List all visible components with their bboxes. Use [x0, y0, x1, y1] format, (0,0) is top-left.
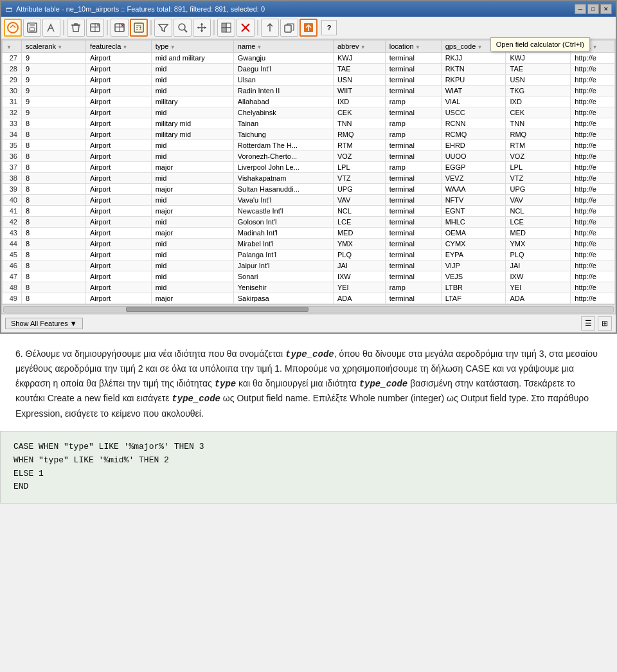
table-row[interactable]: 32 9 Airport mid Chelyabinsk CEK termina… — [3, 107, 615, 118]
table-row[interactable]: 39 8 Airport major Sultan Hasanuddi... U… — [3, 184, 615, 195]
cell-name: Daegu Int'l — [233, 64, 333, 75]
maximize-button[interactable]: □ — [587, 4, 599, 14]
col-header-featurecla[interactable]: featurecla — [85, 41, 151, 53]
table-row[interactable]: 36 8 Airport mid Voronezh-Cherto... VOZ … — [3, 151, 615, 162]
table-row[interactable]: 48 8 Airport mid Yenisehir YEI ramp LTBR… — [3, 282, 615, 293]
cell-scalerank: 8 — [22, 129, 86, 140]
cell-name: Taichung — [233, 129, 333, 140]
table-view-icon[interactable]: ⊞ — [598, 316, 612, 331]
cell-scalerank: 9 — [22, 107, 86, 118]
table-row[interactable]: 28 9 Airport mid Daegu Int'l TAE termina… — [3, 64, 615, 75]
cell-iata_code: LPL — [506, 162, 571, 173]
svg-rect-10 — [226, 23, 231, 28]
inline-code-type_code-2: type_code — [359, 379, 408, 389]
table-row[interactable]: 27 9 Airport mid and military Gwangju KW… — [3, 53, 615, 64]
col-header-name[interactable]: name — [233, 41, 333, 53]
col-header-rownum[interactable] — [3, 41, 22, 53]
row-num: 45 — [3, 250, 22, 260]
cell-type: mid — [151, 250, 233, 260]
scrollbar-track[interactable] — [3, 306, 614, 313]
list-view-icon[interactable]: ☰ — [581, 316, 595, 331]
row-num: 46 — [3, 260, 22, 271]
table-row[interactable]: 44 8 Airport mid Mirabel Int'l YMX termi… — [3, 239, 615, 250]
minimize-button[interactable]: ─ — [575, 4, 586, 14]
cell-wiki: http://e — [571, 250, 615, 260]
cell-iata_code: RMQ — [506, 129, 571, 140]
table-row[interactable]: 41 8 Airport major Newcastle Int'l NCL t… — [3, 206, 615, 217]
table-row[interactable]: 33 8 Airport military mid Tainan TNN ram… — [3, 118, 615, 129]
horizontal-scrollbar[interactable] — [2, 304, 615, 313]
zoom-button[interactable] — [174, 19, 192, 37]
table-row[interactable]: 38 8 Airport mid Vishakapatnam VTZ termi… — [3, 173, 615, 184]
cell-type: mid — [151, 86, 233, 96]
svg-rect-8 — [222, 23, 226, 28]
cell-wiki: http://e — [571, 140, 615, 151]
row-num: 28 — [3, 64, 22, 75]
cell-name: Sonari — [233, 271, 333, 282]
show-all-features-button[interactable]: Show All Features ▼ — [5, 318, 83, 329]
table-row[interactable]: 46 8 Airport mid Jaipur Int'l JAI termin… — [3, 260, 615, 271]
draw-button[interactable] — [42, 19, 60, 37]
table-row[interactable]: 31 9 Airport military Allahabad IXD ramp… — [3, 96, 615, 107]
cell-location: terminal — [385, 260, 441, 271]
table-row[interactable]: 30 9 Airport mid Radin Inten II WIIT ter… — [3, 86, 615, 96]
cell-wiki: http://e — [571, 107, 615, 118]
col-header-location[interactable]: location — [385, 41, 441, 53]
cell-scalerank: 8 — [22, 173, 86, 184]
cell-featurecla: Airport — [85, 239, 151, 250]
cell-gps_code: LTAF — [441, 293, 506, 304]
copy-button[interactable] — [280, 19, 298, 37]
cell-location: terminal — [385, 206, 441, 217]
deselect-button[interactable] — [237, 19, 255, 37]
cell-iata_code: PLQ — [506, 250, 571, 260]
separator-3 — [150, 20, 152, 35]
close-button[interactable]: ✕ — [600, 4, 612, 14]
help-button[interactable]: ? — [321, 20, 337, 35]
table-row[interactable]: 42 8 Airport mid Goloson Int'l LCE termi… — [3, 217, 615, 228]
add-column-button[interactable] — [86, 19, 104, 37]
filter-button[interactable] — [154, 19, 172, 37]
invert-selection-button[interactable] — [217, 19, 235, 37]
row-num: 30 — [3, 86, 22, 96]
table-row[interactable]: 45 8 Airport mid Palanga Int'l PLQ termi… — [3, 250, 615, 260]
table-row[interactable]: 29 9 Airport mid Ulsan USN terminal RKPU… — [3, 75, 615, 86]
row-num: 40 — [3, 195, 22, 206]
cell-iata_code: LCE — [506, 217, 571, 228]
table-row[interactable]: 34 8 Airport military mid Taichung RMQ r… — [3, 129, 615, 140]
table-row[interactable]: 49 8 Airport major Sakirpasa ADA termina… — [3, 293, 615, 304]
cell-location: terminal — [385, 271, 441, 282]
cell-abbrev: YEI — [333, 282, 385, 293]
pan-button[interactable] — [193, 19, 211, 37]
cell-abbrev: PLQ — [333, 250, 385, 260]
cell-abbrev: KWJ — [333, 53, 385, 64]
delete-button[interactable] — [67, 19, 85, 37]
table-scroll-area[interactable]: scalerank featurecla type name abbrev lo… — [2, 40, 615, 304]
table-row[interactable]: 37 8 Airport major Liverpool John Le... … — [3, 162, 615, 173]
open-calculator-button[interactable] — [130, 19, 148, 37]
cell-type: mid — [151, 239, 233, 250]
export-button[interactable] — [300, 19, 317, 37]
move-up-button[interactable] — [261, 19, 279, 37]
toggle-edit-button[interactable] — [4, 19, 22, 37]
delete-column-button[interactable] — [111, 19, 129, 37]
status-icons: ☰ ⊞ — [581, 316, 612, 331]
scrollbar-thumb[interactable] — [126, 307, 308, 312]
cell-location: ramp — [385, 96, 441, 107]
table-row[interactable]: 43 8 Airport major Madinah Int'l MED ter… — [3, 228, 615, 239]
cell-iata_code: CEK — [506, 107, 571, 118]
table-row[interactable]: 40 8 Airport mid Vava'u Int'l VAV termin… — [3, 195, 615, 206]
title-controls[interactable]: ─ □ ✕ — [575, 4, 612, 14]
cell-wiki: http://e — [571, 129, 615, 140]
code-block: CASE WHEN "type" LIKE '%major%' THEN 3 W… — [0, 431, 617, 504]
cell-featurecla: Airport — [85, 96, 151, 107]
table-row[interactable]: 35 8 Airport mid Rotterdam The H... RTM … — [3, 140, 615, 151]
save-button[interactable] — [23, 19, 41, 37]
cell-name: Newcastle Int'l — [233, 206, 333, 217]
col-header-type[interactable]: type — [151, 41, 233, 53]
row-num: 27 — [3, 53, 22, 64]
col-header-abbrev[interactable]: abbrev — [333, 41, 385, 53]
table-row[interactable]: 47 8 Airport mid Sonari IXW terminal VEJ… — [3, 271, 615, 282]
cell-iata_code: VTZ — [506, 173, 571, 184]
cell-location: ramp — [385, 162, 441, 173]
col-header-scalerank[interactable]: scalerank — [22, 41, 86, 53]
